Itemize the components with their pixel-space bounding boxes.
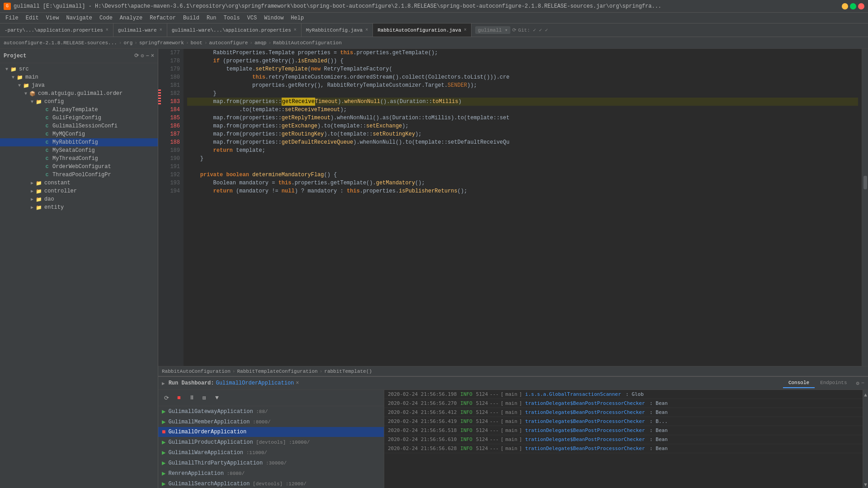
sync-icon2[interactable]: ⟳ [134, 52, 139, 59]
pause-icon[interactable]: ⏸ [187, 394, 196, 403]
menu-file[interactable]: File [2, 14, 22, 22]
menu-vcs[interactable]: VCS [244, 14, 261, 22]
tree-item-feignconfig[interactable]: C GuliFeignConfig [0, 114, 158, 122]
tree-item-src[interactable]: ▼ 📁 src [0, 65, 158, 73]
tab-rabbit-auto-configuration[interactable]: RabbitAutoConfiguration.java × [373, 23, 472, 37]
app-order[interactable]: ■ GulimallOrderApplication [158, 427, 384, 437]
log-message: : B... [646, 418, 667, 424]
log-class[interactable]: trationDelegate$BeanPostProcessorChecker [522, 409, 645, 415]
app-member[interactable]: ▶ GulimallMemberApplication :8000/ [158, 417, 384, 427]
close-icon[interactable]: × [294, 28, 297, 33]
breadcrumb-method[interactable]: rabbitTemplate() [324, 369, 372, 374]
tree-label: AlipayTemplate [52, 107, 98, 113]
minimize-panel-icon[interactable]: − [861, 380, 864, 386]
gear-icon[interactable]: ⚙ [141, 52, 144, 59]
run-dashboard: ⟳ ■ ⏸ ⊞ ▼ ▶ GulimallGatewayApplication :… [158, 390, 868, 488]
folder-icon: 📁 [16, 74, 24, 81]
close-icon[interactable]: × [106, 28, 108, 33]
breadcrumb-rabbit[interactable]: RabbitAutoConfiguration [273, 40, 342, 46]
tree-item-main[interactable]: ▼ 📁 main [0, 73, 158, 81]
breadcrumb-boot[interactable]: boot [191, 40, 203, 46]
menu-edit[interactable]: Edit [22, 14, 42, 22]
tree-item-session[interactable]: C GulimallSessionConfi [0, 122, 158, 130]
log-class[interactable]: trationDelegate$BeanPostProcessorChecker [522, 436, 645, 442]
app-product[interactable]: ▶ GulimallProductApplication [devtools] … [158, 437, 384, 447]
menu-refactor[interactable]: Refactor [146, 14, 179, 22]
tree-item-config[interactable]: ▼ 📁 config [0, 98, 158, 106]
tree-item-myrabbit[interactable]: C MyRabbitConfig [0, 138, 158, 146]
run-app-link[interactable]: GulimallOrderApplication [216, 380, 294, 386]
app-ware[interactable]: ▶ GulimallWareApplication :11000/ [158, 447, 384, 458]
tab-gulimall-ware-application[interactable]: gulimall-ware\...\application.properties… [167, 23, 302, 37]
tab-application-properties-party[interactable]: -party\...\application.properties × [0, 23, 113, 37]
menu-help[interactable]: Help [287, 14, 307, 22]
breadcrumb-autoconfigure2[interactable]: autoconfigure [209, 40, 248, 46]
menu-window[interactable]: Window [260, 14, 287, 22]
settings-icon[interactable]: ⚙ [856, 380, 859, 387]
tree-label: main [25, 74, 38, 80]
stop-icon[interactable]: ■ [175, 394, 184, 403]
tree-item-mythread[interactable]: C MyThreadConfig [0, 155, 158, 163]
tab-console[interactable]: Console [783, 378, 815, 388]
tree-item-myseata[interactable]: C MySeataConfig [0, 146, 158, 155]
code-line-186: map.from(properties::getExchange).to(tem… [187, 122, 858, 130]
breadcrumb-amqp[interactable]: amqp [255, 40, 266, 46]
close-icon[interactable]: × [365, 28, 368, 33]
log-class[interactable]: i.s.s.a.GlobalTransactionScanner [522, 391, 621, 397]
close-button[interactable] [858, 3, 864, 9]
log-class[interactable]: trationDelegate$BeanPostProcessorChecker [522, 418, 645, 424]
log-class[interactable]: trationDelegate$BeanPostProcessorChecker [522, 446, 645, 451]
log-class[interactable]: trationDelegate$BeanPostProcessorChecker [522, 400, 645, 406]
tree-item-mymq[interactable]: C MyMQConfig [0, 130, 158, 138]
menu-view[interactable]: View [42, 14, 63, 22]
log-class[interactable]: trationDelegate$BeanPostProcessorChecker [522, 427, 645, 433]
tree-item-dao[interactable]: ▶ 📁 dao [0, 195, 158, 203]
code-line-193: Boolean mandatory = this.properties.getT… [187, 179, 858, 187]
tree-item-entity[interactable]: ▶ 📁 entity [0, 203, 158, 211]
code-container: 177 178 179 180 181 182 183 184 185 186 … [158, 49, 868, 366]
collapse-icon[interactable]: − [146, 53, 149, 59]
tree-item-java[interactable]: ▼ 📁 java [0, 81, 158, 89]
menu-navigate[interactable]: Navigate [62, 14, 96, 22]
close-run-tab[interactable]: × [296, 380, 299, 386]
tree-item-orderweb[interactable]: C OrderWebConfigurat [0, 163, 158, 171]
breadcrumb-org[interactable]: org [123, 40, 132, 46]
breadcrumb-inner-class[interactable]: RabbitTemplateConfiguration [237, 369, 317, 374]
menu-analyze[interactable]: Analyze [116, 14, 146, 22]
sync-icon[interactable]: ⟳ [512, 27, 516, 33]
menu-code[interactable]: Code [96, 14, 116, 22]
tab-my-rabbit-config[interactable]: MyRabbitConfig.java × [302, 23, 373, 37]
app-gateway[interactable]: ▶ GulimallGatewayApplication :88/ [158, 406, 384, 417]
scroll-down-icon[interactable]: ▼ [863, 480, 868, 488]
editor-area[interactable]: 177 178 179 180 181 182 183 184 185 186 … [158, 49, 868, 376]
close-icon[interactable]: × [160, 28, 162, 33]
menu-build[interactable]: Build [179, 14, 203, 22]
breadcrumb-autoconfigure[interactable]: autoconfigure-2.1.8.RELEASE-sources... [4, 40, 117, 46]
close-icon[interactable]: × [464, 28, 467, 33]
tab-gulimall-ware[interactable]: gulimall-ware × [113, 23, 167, 37]
tree-item-alipay[interactable]: C AlipayTemplate [0, 106, 158, 114]
menu-tools[interactable]: Tools [220, 14, 244, 22]
close-panel-icon[interactable]: × [151, 53, 154, 59]
filter-icon[interactable]: ▼ [212, 394, 222, 403]
code-editor[interactable]: RabbitProperties.Template properties = t… [184, 49, 862, 366]
tree-item-constant[interactable]: ▶ 📁 constant [0, 179, 158, 187]
project-panel-title: Project [4, 53, 134, 59]
tab-endpoints[interactable]: Endpoints [815, 378, 852, 388]
breadcrumb-springframework[interactable]: springframework [139, 40, 184, 46]
step-over-icon[interactable]: ⊞ [200, 394, 209, 403]
project-selector[interactable]: gulimall ▾ [475, 26, 510, 34]
maximize-button[interactable] [850, 3, 856, 9]
tree-item-controller[interactable]: ▶ 📁 controller [0, 187, 158, 195]
app-search[interactable]: ▶ GulimallSearchApplication [devtools] :… [158, 479, 384, 488]
minimize-button[interactable] [842, 3, 848, 9]
menu-run[interactable]: Run [203, 14, 220, 22]
rerun-icon[interactable]: ⟳ [162, 394, 171, 403]
scroll-up-icon[interactable]: ▲ [863, 390, 868, 399]
app-thirdparty[interactable]: ▶ GulimallThirdPartyApplication :30000/ [158, 458, 384, 468]
tree-item-threadpool[interactable]: C ThreadPoolConfigPr [0, 171, 158, 179]
log-level: INFO [460, 446, 472, 451]
breadcrumb-class[interactable]: RabbitAutoConfiguration [162, 369, 231, 374]
tree-item-package[interactable]: ▼ 📦 com.atguigu.gulimall.order [0, 89, 158, 98]
app-renren[interactable]: ▶ RenrenApplication :8080/ [158, 468, 384, 479]
